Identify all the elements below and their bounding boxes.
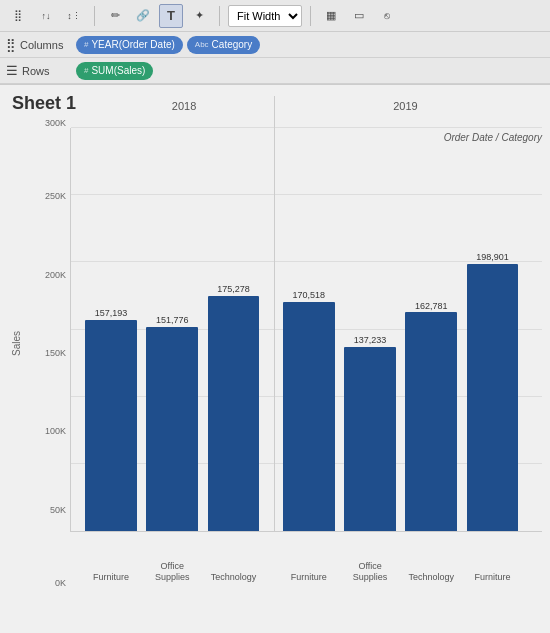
year-label-2018: 2018 [99, 100, 269, 112]
x-label-2018-furniture: Furniture [85, 572, 137, 583]
sum-icon: # [84, 66, 88, 75]
x-label-2018-tech: Technology [203, 572, 264, 583]
text-btn[interactable]: T [159, 4, 183, 28]
bar-2018-furniture[interactable] [85, 320, 137, 531]
bar-2018-technology[interactable] [208, 296, 260, 531]
toolbar: ⣿ ↑↓ ↕⋮ ✏ 🔗 T ✦ Fit Width ▦ ▭ ⎋ [0, 0, 550, 32]
x-label-2019-furniture2: Furniture [467, 572, 519, 583]
fit-width-select[interactable]: Fit Width [228, 5, 302, 27]
paperclip-btn[interactable]: 🔗 [131, 4, 155, 28]
bar-2018-office-supplies[interactable] [146, 327, 198, 531]
bar-2019-furniture[interactable] [283, 302, 335, 531]
y-axis: 0K 50K 100K 150K 200K 250K 300K [32, 118, 70, 588]
bar-label-2018-tech: 175,278 [208, 284, 260, 294]
y-tick-0k: 0K [32, 578, 66, 588]
y-tick-150k: 150K [32, 348, 66, 358]
sep3 [310, 6, 311, 26]
sep2 [219, 6, 220, 26]
bar-label-2019-office: 137,233 [344, 335, 396, 345]
rows-pills: # SUM(Sales) [76, 62, 153, 80]
y-tick-50k: 50K [32, 505, 66, 515]
y-tick-250k: 250K [32, 191, 66, 201]
columns-icon-btn[interactable]: ⣿ [6, 4, 30, 28]
abc-icon: Abc [195, 40, 209, 49]
gridline-300k [71, 127, 542, 128]
bar-2019-technology[interactable] [405, 312, 457, 531]
sort-custom-btn[interactable]: ↕⋮ [62, 4, 86, 28]
x-label-2019-tech: Technology [401, 572, 462, 583]
y-tick-200k: 200K [32, 270, 66, 280]
y-tick-300k: 300K [32, 118, 66, 128]
plot-area: 2018 2019 157,193 Furniture 151,776 Offi… [70, 128, 542, 532]
bar-label-2018-office: 151,776 [146, 315, 198, 325]
y-axis-label: Sales [11, 314, 22, 374]
bar-label-2018-furniture: 157,193 [85, 308, 137, 318]
columns-label: ⣿ Columns [6, 37, 76, 52]
x-label-2018-office: OfficeSupplies [142, 561, 203, 583]
shelf-area: ⣿ Columns # YEAR(Order Date) Abc Categor… [0, 32, 550, 85]
brush-btn[interactable]: ✦ [187, 4, 211, 28]
y-tick-100k: 100K [32, 426, 66, 436]
sep1 [94, 6, 95, 26]
sum-sales-pill[interactable]: # SUM(Sales) [76, 62, 153, 80]
monitor-btn[interactable]: ▭ [347, 4, 371, 28]
chart-inner: 0K 50K 100K 150K 200K 250K 300K 2018 201… [32, 118, 542, 588]
bar-label-2019-furniture2: 198,901 [467, 252, 519, 262]
pencil-btn[interactable]: ✏ [103, 4, 127, 28]
bar-2019-furniture2[interactable] [467, 264, 519, 531]
x-label-2019-office: OfficeSupplies [339, 561, 400, 583]
share-btn[interactable]: ⎋ [375, 4, 399, 28]
year-divider-2019 [274, 96, 275, 531]
rows-shelf: ☰ Rows # SUM(Sales) [0, 58, 550, 84]
bar-label-2019-tech: 162,781 [405, 301, 457, 311]
x-label-2019-furniture: Furniture [278, 572, 339, 583]
rows-label: ☰ Rows [6, 63, 76, 78]
bar-label-2019-furniture: 170,518 [283, 290, 335, 300]
columns-pills: # YEAR(Order Date) Abc Category [76, 36, 260, 54]
bar-2019-office-supplies[interactable] [344, 347, 396, 531]
calendar-icon: # [84, 40, 88, 49]
year-order-date-pill[interactable]: # YEAR(Order Date) [76, 36, 183, 54]
columns-shelf: ⣿ Columns # YEAR(Order Date) Abc Categor… [0, 32, 550, 58]
category-pill[interactable]: Abc Category [187, 36, 260, 54]
sort-asc-btn[interactable]: ↑↓ [34, 4, 58, 28]
gridline-250k [71, 194, 542, 195]
chart-container: Order Date / Category Sales 0K 50K 100K … [0, 118, 550, 588]
chart-type-btn[interactable]: ▦ [319, 4, 343, 28]
year-label-2019: 2019 [274, 100, 538, 112]
